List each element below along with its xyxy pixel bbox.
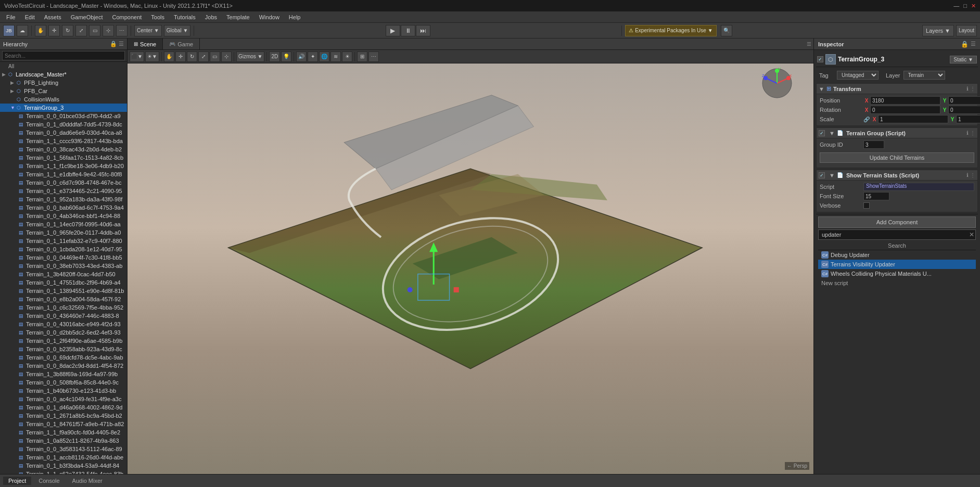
search-toolbar-button[interactable]: 🔍 bbox=[721, 25, 732, 36]
pos-x-input[interactable] bbox=[870, 96, 940, 105]
scene-rotate-tool[interactable]: ↻ bbox=[187, 52, 197, 62]
hier-item-pfb-car[interactable]: ▶ ⬡ PFB_Car bbox=[0, 87, 127, 95]
list-item[interactable]: ▤Terrain_1_1_cccc93f6-2817-443b-bda bbox=[0, 137, 127, 145]
layers-dropdown-button[interactable]: Layers ▼ bbox=[922, 25, 954, 36]
list-item[interactable]: ▤Terrain_0_1_13894551-e90e-4d8f-81b bbox=[0, 287, 127, 295]
list-item[interactable]: ▤Terrain_1_1_e1dbffe4-9e42-45fc-80f8 bbox=[0, 170, 127, 178]
audio-mixer-tab[interactable]: Audio Mixer bbox=[67, 477, 108, 485]
list-item[interactable]: ▤Terrain_1_3b4820ff-0cac-4dd7-b50 bbox=[0, 270, 127, 278]
list-item[interactable]: ▤Terrain_0_0_69dcfd78-dc5e-4abc-9ab bbox=[0, 353, 127, 362]
new-script-item[interactable]: New script bbox=[818, 278, 976, 288]
list-item[interactable]: ▤Terrain_0_1_accb8116-26d0-4f4d-abe bbox=[0, 453, 127, 462]
pause-button[interactable]: ⏸ bbox=[401, 25, 415, 36]
experimental-packages-warning[interactable]: ⚠ Experimental Packages In Use ▼ bbox=[625, 25, 716, 36]
console-tab[interactable]: Console bbox=[33, 477, 65, 485]
hand-tool-button[interactable]: ✋ bbox=[35, 25, 46, 36]
account-button[interactable]: JB bbox=[3, 25, 15, 36]
list-item[interactable]: ▤Terrain_1_0_c6c32569-7f5e-4bba-952 bbox=[0, 303, 127, 312]
scene-tab[interactable]: ⊞ Scene bbox=[128, 39, 163, 49]
list-item[interactable]: ▤Terrain_0_0_436460e7-446c-4883-8 bbox=[0, 312, 127, 320]
list-item[interactable]: ▤Terrain_0_0_1cbda208-1e12-40d7-95 bbox=[0, 245, 127, 253]
list-item[interactable]: ▤Terrain_0_0_bab606ad-6c7f-4753-9a4 bbox=[0, 203, 127, 212]
play-button[interactable]: ▶ bbox=[386, 25, 400, 36]
list-item[interactable]: ▤Terrain_0_0_c6d7c908-4748-467e-bc bbox=[0, 178, 127, 187]
scene-scale-tool[interactable]: ⤢ bbox=[198, 52, 209, 62]
hierarchy-search-input[interactable] bbox=[2, 51, 125, 60]
list-item[interactable]: ▤Terrain_0_0_38cac43d-2b0d-4deb-b2 bbox=[0, 145, 127, 153]
menu-tools[interactable]: Tools bbox=[147, 13, 169, 21]
list-item[interactable]: ▤Terrain_1_1_f9a90cfc-fd0d-4405-8e2 bbox=[0, 428, 127, 437]
object-active-toggle[interactable]: ✓ bbox=[817, 56, 823, 62]
menu-help[interactable]: Help bbox=[285, 13, 305, 21]
minimize-btn[interactable]: — bbox=[953, 3, 959, 9]
list-item[interactable]: ▤Terrain_1_0_965fe20e-0117-4ddb-a0 bbox=[0, 228, 127, 237]
scene-gizmos-dropdown[interactable]: Gizmos ▼ bbox=[236, 52, 265, 62]
terrain-stats-menu-icon[interactable]: ⋮ bbox=[970, 172, 975, 178]
draw-mode-dropdown[interactable]: ⬛▼ bbox=[130, 52, 144, 62]
menu-component[interactable]: Component bbox=[108, 13, 146, 21]
list-item[interactable]: ▤Terrain_1_1_c62e7432-54fe-4eec-83b bbox=[0, 470, 127, 474]
update-child-terrains-button[interactable]: Update Child Terrains bbox=[820, 152, 974, 163]
inspector-menu-icon[interactable]: ☰ bbox=[971, 41, 976, 47]
list-item[interactable]: ▤Terrain_0_1_d0dddfaf-7dd5-4739-8dc bbox=[0, 120, 127, 129]
list-item[interactable]: ▤Terrain_0_0_43016abc-e949-4f2d-93 bbox=[0, 320, 127, 328]
list-item[interactable]: ▤Terrain_0_0_e8b2a004-58da-457f-92 bbox=[0, 295, 127, 303]
list-item[interactable]: ▤Terrain_0_1_952a183b-da3a-43f0-98f bbox=[0, 195, 127, 203]
list-item[interactable]: ▤Terrain_0_0_ac4c1049-fe31-4f9e-a3c bbox=[0, 395, 127, 403]
scene-rect-tool[interactable]: ▭ bbox=[210, 52, 220, 62]
list-item[interactable]: ▤Terrain_1_b40b6730-e123-41d3-bb bbox=[0, 387, 127, 395]
pos-y-input[interactable] bbox=[948, 96, 980, 105]
tag-dropdown[interactable]: Untagged bbox=[837, 71, 879, 80]
object-name-field[interactable] bbox=[838, 56, 948, 63]
cloud-button[interactable]: ☁ bbox=[17, 25, 28, 36]
terrain-group-enabled[interactable]: ✓ bbox=[819, 130, 825, 136]
list-item[interactable]: ▤Terrain_0_1_2671a8b5-bc9a-45bd-b2 bbox=[0, 412, 127, 420]
scene-move-tool[interactable]: ✛ bbox=[175, 52, 186, 62]
list-item[interactable]: ▤Terrain_0_0_4ab346ce-bbf1-4c94-88 bbox=[0, 212, 127, 220]
rotate-tool-button[interactable]: ↻ bbox=[62, 25, 73, 36]
scene-more-btn[interactable]: ⋯ bbox=[368, 52, 379, 62]
list-item[interactable]: ▤Terrain_1_3b88f69a-169d-4a97-99b bbox=[0, 370, 127, 378]
add-component-button[interactable]: Add Component bbox=[818, 216, 976, 228]
menu-template[interactable]: Template bbox=[222, 13, 254, 21]
scene-audio-toggle[interactable]: 🔊 bbox=[296, 52, 307, 62]
rot-y-input[interactable] bbox=[948, 106, 980, 114]
scene-flares-toggle[interactable]: ☀ bbox=[342, 52, 352, 62]
move-tool-button[interactable]: ✛ bbox=[48, 25, 60, 36]
scene-transform-tool[interactable]: ⊹ bbox=[221, 52, 232, 62]
scene-overlay-toggle[interactable]: ⊞ bbox=[357, 52, 367, 62]
transform-section-header[interactable]: ▼ ⊞ Transform ℹ ⋮ bbox=[817, 84, 977, 94]
menu-jobs[interactable]: Jobs bbox=[201, 13, 221, 21]
maximize-btn[interactable]: □ bbox=[963, 3, 967, 9]
pivot-button[interactable]: Center ▼ bbox=[134, 25, 162, 36]
global-button[interactable]: Global ▼ bbox=[164, 25, 191, 36]
search-result-terrains-visibility[interactable]: C# Terrains Visibility Updater bbox=[818, 260, 976, 269]
list-item[interactable]: ▤Terrain_0_0_508fbf6a-85c8-44e0-9c bbox=[0, 378, 127, 387]
scene-2d-toggle[interactable]: 2D bbox=[269, 52, 280, 62]
group-id-input[interactable] bbox=[863, 140, 884, 149]
list-item[interactable]: ▤Terrain_0_1_14ec079f-0995-40d6-aa bbox=[0, 220, 127, 228]
scene-hand-tool[interactable]: ✋ bbox=[164, 52, 174, 62]
custom-tool-button[interactable]: ⋯ bbox=[116, 25, 128, 36]
scene-fx-toggle[interactable]: ✦ bbox=[308, 52, 318, 62]
hier-item-landscape-master[interactable]: ▶ ⬡ Landscape_Master* bbox=[0, 70, 127, 79]
game-tab[interactable]: 🎮 Game bbox=[163, 39, 200, 49]
component-search-input[interactable] bbox=[818, 229, 976, 240]
hier-item-pfb-lighting[interactable]: ▶ ⬡ PFB_Lighting bbox=[0, 79, 127, 87]
list-item[interactable]: ▤Terrain_0_0_38eb7033-43ed-4383-ab bbox=[0, 262, 127, 270]
layer-dropdown[interactable]: Terrain bbox=[903, 71, 945, 80]
list-item[interactable]: ▤Terrain_0_1_47551dbc-2f96-4b69-a4 bbox=[0, 278, 127, 287]
transform-info-icon[interactable]: ℹ bbox=[966, 86, 969, 92]
menu-edit[interactable]: Edit bbox=[21, 13, 39, 21]
list-item[interactable]: ▤Terrain_0_1_56faa17c-1513-4a82-8cb bbox=[0, 153, 127, 162]
step-button[interactable]: ⏭ bbox=[416, 25, 430, 36]
close-btn[interactable]: ✕ bbox=[971, 3, 976, 9]
list-item[interactable]: ▤Terrain_0_0_8dac2c9d-8dd1-4f54-872 bbox=[0, 362, 127, 370]
search-result-debug-updater[interactable]: C# Debug Updater bbox=[818, 250, 976, 260]
list-item[interactable]: ▤Terrain_0_1_84761f57-a9eb-471b-a82 bbox=[0, 420, 127, 428]
script-ref[interactable]: ShowTerrainStats bbox=[863, 183, 974, 191]
terrain-group-section-header[interactable]: ✓ ▼ 📄 Terrain Group (Script) ℹ ⋮ bbox=[817, 128, 977, 138]
hier-item-collision-walls[interactable]: ⬡ CollisionWalls bbox=[0, 95, 127, 104]
font-size-input[interactable] bbox=[863, 192, 889, 200]
scene-viewport[interactable]: X Y Z ← Persp bbox=[128, 63, 813, 474]
